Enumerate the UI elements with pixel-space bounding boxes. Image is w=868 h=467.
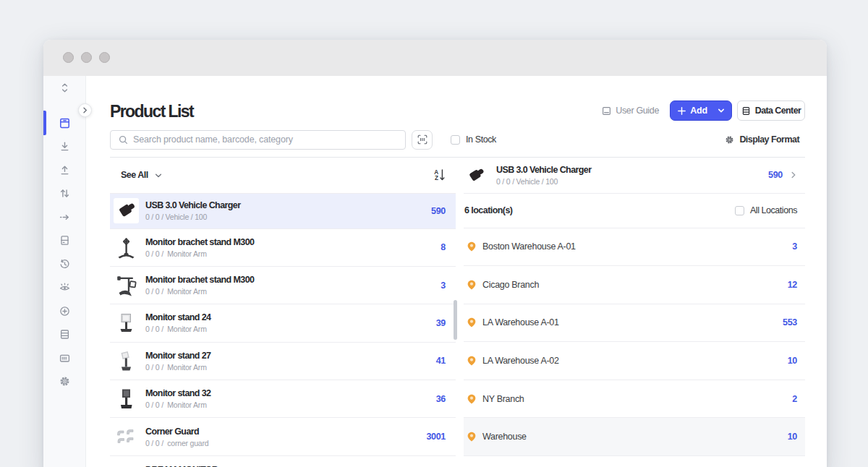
svg-text:Z: Z — [435, 175, 438, 181]
